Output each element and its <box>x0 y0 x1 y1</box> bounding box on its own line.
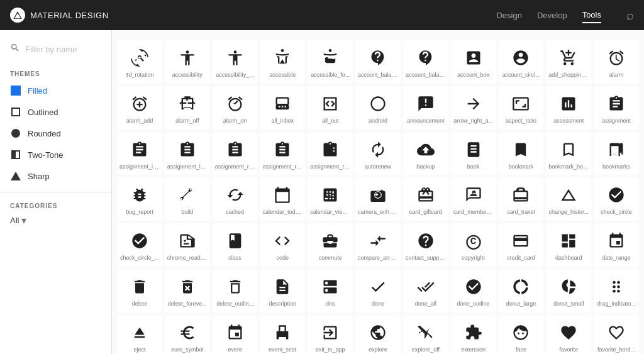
icon-cell-calendar-view---[interactable]: calendar_view... <box>308 177 353 221</box>
icon-cell-arrow-right-a---[interactable]: arrow_right_a... <box>451 86 496 130</box>
icon-cell-accessible[interactable]: accessible <box>260 40 305 84</box>
icon-cell-check-circle----[interactable]: check_circle_... <box>117 223 162 267</box>
icon-cell-code[interactable]: code <box>260 223 305 267</box>
icon-cell-build[interactable]: build <box>165 177 210 221</box>
icon-cell-class[interactable]: class <box>213 223 258 267</box>
icon-cell-accessibility----[interactable]: accessibility_... <box>213 40 258 84</box>
theme-outlined[interactable]: Outlined <box>0 101 111 123</box>
icon-cell-bookmark-bord---[interactable]: bookmark_bord... <box>546 132 591 175</box>
icon-cell-contact-suppo---[interactable]: contact_suppo... <box>403 223 448 267</box>
icon-cell-donut-large[interactable]: donut_large <box>499 269 544 313</box>
icon-cell-check-circle[interactable]: check_circle <box>594 177 639 221</box>
icon-cell-alarm-add[interactable]: alarm_add <box>117 86 162 130</box>
icon-cell-cached[interactable]: cached <box>213 177 258 221</box>
icon-cell-assignment-la---[interactable]: assignment_la... <box>165 132 210 175</box>
icon-cell-camera-enhanc---[interactable]: camera_enhanc... <box>355 177 401 221</box>
icon-cell-bookmark[interactable]: bookmark <box>499 132 544 175</box>
nav-link-develop[interactable]: Develop <box>537 8 567 23</box>
icon-cell-dashboard[interactable]: dashboard <box>546 223 591 267</box>
icon-svg-android <box>367 92 389 115</box>
icon-cell-autorenew[interactable]: autorenew <box>355 132 401 175</box>
icon-cell-alarm-off[interactable]: alarm_off <box>165 86 210 130</box>
icon-name: explore_off <box>406 346 446 353</box>
icon-cell-assignment-re---[interactable]: assignment_re... <box>213 132 258 175</box>
search-input[interactable] <box>25 45 101 54</box>
icon-cell-exit-to-app[interactable]: exit_to_app <box>308 315 353 354</box>
icon-cell-announcement[interactable]: announcement <box>403 86 448 130</box>
icon-cell-bug-report[interactable]: bug_report <box>117 177 162 221</box>
icon-cell-date-range[interactable]: date_range <box>594 223 639 267</box>
icon-cell-done-all[interactable]: done_all <box>403 269 448 313</box>
icon-svg-accessibility <box>176 47 199 69</box>
theme-filled[interactable]: Filled <box>0 80 111 101</box>
icon-cell-account-circl---[interactable]: account_circl... <box>499 40 544 84</box>
icon-cell-account-balan---[interactable]: account_balan... <box>355 40 401 84</box>
icon-cell-explore-off[interactable]: explore_off <box>403 315 448 354</box>
icon-cell-assignment-in---[interactable]: assignment_in... <box>117 132 162 175</box>
icon-cell-eject[interactable]: eject <box>117 315 162 354</box>
icon-cell-compare-arrow---[interactable]: compare_arrow... <box>355 223 401 267</box>
icon-cell-delete[interactable]: delete <box>117 269 162 313</box>
icon-svg-delete-outlin--- <box>224 275 247 298</box>
nav-link-design[interactable]: Design <box>496 8 521 23</box>
icon-cell-extension[interactable]: extension <box>451 315 496 354</box>
icon-cell-dns[interactable]: dns <box>308 269 353 313</box>
categories-dropdown[interactable]: All ▾ <box>10 214 101 226</box>
icon-cell-assessment[interactable]: assessment <box>546 86 591 130</box>
icon-cell-credit-card[interactable]: credit_card <box>499 223 544 267</box>
icon-cell-card-membersh---[interactable]: card_membersh... <box>451 177 496 221</box>
icon-name: calendar_toda... <box>262 209 303 216</box>
icon-svg-event-seat <box>271 321 294 344</box>
icon-name: extension <box>453 346 494 353</box>
icon-cell-card-giftcard[interactable]: card_giftcard <box>403 177 448 221</box>
icon-cell-favorite-bord---[interactable]: favorite_bord... <box>594 315 639 354</box>
icon-cell-aspect-ratio[interactable]: aspect_ratio <box>499 86 544 130</box>
icon-cell-chrome-reader---[interactable]: chrome_reader... <box>165 223 210 267</box>
theme-sharp[interactable]: Sharp <box>0 165 111 187</box>
icon-cell-assignment-tu---[interactable]: assignment_tu... <box>308 132 353 175</box>
icon-name: account_circl... <box>501 72 541 79</box>
icon-svg-done-all <box>414 275 437 298</box>
icon-cell-description[interactable]: description <box>260 269 305 313</box>
icon-cell-all-out[interactable]: all_out <box>308 86 353 130</box>
theme-rounded[interactable]: Rounded <box>0 123 111 144</box>
search-icon[interactable]: ⌕ <box>626 8 634 23</box>
icon-cell-assignment[interactable]: assignment <box>594 86 639 130</box>
icon-cell-alarm[interactable]: alarm <box>594 40 639 84</box>
icon-cell-change-histor---[interactable]: change_histor... <box>546 177 591 221</box>
icon-cell-explore[interactable]: explore <box>355 315 401 354</box>
icon-cell-all-inbox[interactable]: all_inbox <box>260 86 305 130</box>
icon-cell-favorite[interactable]: favorite <box>546 315 591 354</box>
icon-cell-3d-rotation[interactable]: 3d_rotation <box>117 40 162 84</box>
icon-cell-account-box[interactable]: account_box <box>451 40 496 84</box>
icon-cell-assignment-re---[interactable]: assignment_re... <box>260 132 305 175</box>
icon-cell-euro-symbol[interactable]: euro_symbol <box>165 315 210 354</box>
icon-cell-donut-small[interactable]: donut_small <box>546 269 591 313</box>
nav-link-tools[interactable]: Tools <box>582 8 601 23</box>
icon-cell-account-balan---[interactable]: account_balan... <box>403 40 448 84</box>
icon-cell-backup[interactable]: backup <box>403 132 448 175</box>
icon-cell-bookmarks[interactable]: bookmarks <box>594 132 639 175</box>
icon-name: backup <box>406 163 446 170</box>
icon-cell-event-seat[interactable]: event_seat <box>260 315 305 354</box>
icon-cell-commute[interactable]: commute <box>308 223 353 267</box>
icon-name: description <box>262 301 303 307</box>
icon-cell-face[interactable]: face <box>499 315 544 354</box>
theme-two-tone[interactable]: Two-Tone <box>0 144 111 165</box>
icon-cell-done-outline[interactable]: done_outline <box>451 269 496 313</box>
icon-cell-done[interactable]: done <box>355 269 401 313</box>
icon-cell-delete-foreve---[interactable]: delete_foreve... <box>165 269 210 313</box>
icon-cell-delete-outlin---[interactable]: delete_outlin... <box>213 269 258 313</box>
icon-cell-event[interactable]: event <box>213 315 258 354</box>
icon-cell-accessible-fo---[interactable]: accessible_fo... <box>308 40 353 84</box>
icon-cell-copyright[interactable]: copyright <box>451 223 496 267</box>
icon-cell-card-travel[interactable]: card_travel <box>499 177 544 221</box>
icon-cell-accessibility[interactable]: accessibility <box>165 40 210 84</box>
icon-cell-calendar-toda---[interactable]: calendar_toda... <box>260 177 305 221</box>
icon-cell-alarm-on[interactable]: alarm_on <box>213 86 258 130</box>
icon-cell-add-shopping----[interactable]: add_shopping_... <box>546 40 591 84</box>
icon-cell-android[interactable]: android <box>355 86 401 130</box>
icon-svg-delete-foreve--- <box>176 275 199 298</box>
icon-cell-drag-indicato---[interactable]: drag_indicato... <box>594 269 639 313</box>
icon-cell-book[interactable]: book <box>451 132 496 175</box>
